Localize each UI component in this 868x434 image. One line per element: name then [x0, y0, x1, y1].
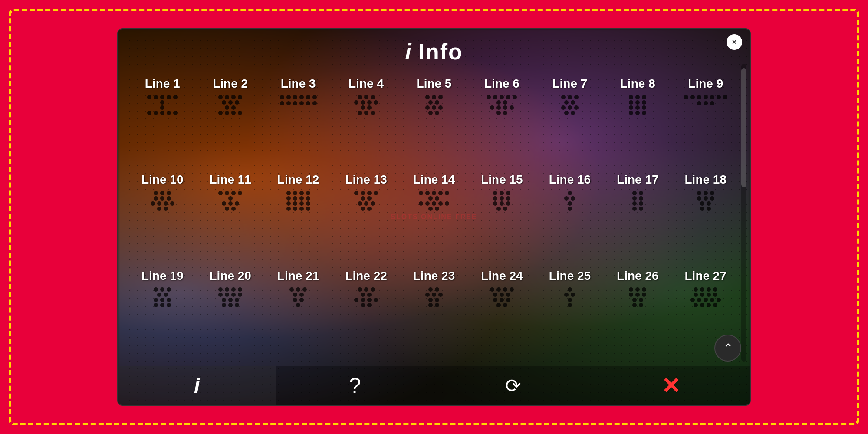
line-label-15: Line 15	[481, 173, 523, 187]
footer-help-button[interactable]: ?	[276, 366, 434, 405]
dot	[493, 196, 497, 201]
footer-close-button[interactable]: ✕	[592, 366, 750, 405]
line-pattern-5	[403, 94, 465, 129]
dots-row	[606, 201, 669, 206]
dot	[222, 303, 226, 307]
dots-row	[199, 293, 261, 297]
line-label-9: Line 9	[688, 77, 723, 91]
dot	[500, 293, 504, 297]
dot	[432, 293, 436, 297]
dot	[306, 201, 310, 206]
dot	[367, 105, 372, 110]
dots-row	[403, 196, 465, 201]
dot	[700, 207, 704, 211]
dot	[364, 111, 368, 115]
dots-row	[674, 95, 737, 99]
dot	[299, 298, 304, 302]
dot	[506, 196, 510, 201]
dot	[160, 191, 164, 195]
line-pattern-24	[470, 286, 533, 321]
dot	[293, 191, 297, 195]
dot	[700, 201, 704, 206]
dot	[707, 293, 711, 297]
dots-row	[470, 303, 533, 307]
dot	[157, 201, 161, 206]
dot	[299, 191, 304, 195]
dots-row	[674, 201, 737, 206]
dot	[367, 303, 372, 307]
dot	[361, 100, 365, 105]
line-label-25: Line 25	[549, 269, 591, 283]
dot	[635, 105, 640, 110]
dots-row	[470, 207, 533, 211]
dot	[231, 293, 236, 297]
dot	[510, 287, 514, 292]
line-pattern-10	[131, 190, 194, 225]
dots-row	[199, 191, 261, 195]
dot	[503, 105, 507, 110]
dot	[293, 298, 297, 302]
line-label-19: Line 19	[141, 269, 183, 283]
line-pattern-2	[199, 94, 261, 129]
dot	[286, 201, 291, 206]
dot	[293, 293, 297, 297]
dot	[228, 196, 233, 201]
dots-row	[267, 95, 329, 99]
dots-row	[539, 298, 601, 302]
dot	[367, 196, 372, 201]
dots-row	[199, 100, 261, 105]
dots-row	[539, 95, 601, 99]
footer-history-button[interactable]: ⟳	[434, 366, 592, 405]
dots-row	[606, 298, 669, 302]
dot	[160, 287, 164, 292]
dot	[629, 287, 633, 292]
dot	[354, 298, 358, 302]
dot	[160, 196, 164, 201]
dot	[493, 95, 497, 99]
dot	[435, 303, 439, 307]
dots-row	[539, 191, 601, 195]
dot	[238, 111, 242, 115]
dot	[438, 293, 443, 297]
dot	[306, 95, 310, 99]
dots-row	[403, 95, 465, 99]
dot	[167, 303, 171, 307]
line-label-27: Line 27	[685, 269, 727, 283]
line-label-12: Line 12	[277, 173, 319, 187]
footer-info-icon: i	[194, 373, 200, 398]
close-button[interactable]: ×	[727, 34, 742, 50]
dots-row	[403, 111, 465, 115]
dots-row	[606, 207, 669, 211]
dots-row	[335, 303, 397, 307]
dot	[306, 207, 310, 211]
dots-row	[335, 100, 397, 105]
dot	[154, 287, 158, 292]
dot	[629, 111, 633, 115]
dot	[358, 201, 362, 206]
dot	[147, 95, 151, 99]
dot	[487, 95, 491, 99]
line-label-13: Line 13	[345, 173, 387, 187]
line-item-23: Line 23	[403, 269, 465, 362]
dot	[358, 95, 362, 99]
modal-container: SLOTS ONLINE FREE i Info × Line 1Line 2L…	[117, 28, 751, 406]
dot	[364, 287, 368, 292]
dots-row	[403, 298, 465, 302]
dot	[354, 191, 358, 195]
line-item-4: Line 4	[335, 77, 397, 169]
dots-row	[199, 196, 261, 201]
dot	[564, 293, 569, 297]
dot	[231, 191, 236, 195]
dots-row	[606, 105, 669, 110]
line-pattern-12	[267, 190, 329, 225]
dot	[312, 101, 317, 105]
scroll-up-button[interactable]: ⌃	[714, 335, 741, 362]
dots-row	[131, 298, 194, 302]
dot	[299, 196, 304, 201]
dot	[312, 95, 317, 99]
footer-info-button[interactable]: i	[118, 366, 276, 405]
dot	[225, 287, 229, 292]
dot	[445, 201, 449, 206]
dot	[717, 95, 721, 99]
dot	[306, 196, 310, 201]
